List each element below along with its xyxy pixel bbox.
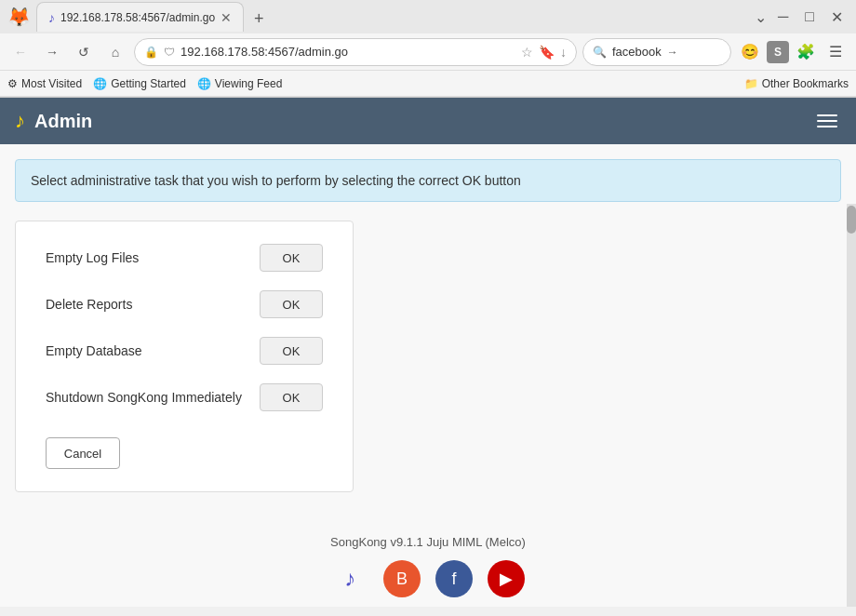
download-icon[interactable]: ↓ [560, 45, 567, 60]
profile-icon[interactable]: 😊 [737, 39, 763, 65]
hamburger-line-2 [817, 120, 837, 122]
task-row-shutdown-songkong: Shutdown SongKong Immediately OK [46, 383, 323, 411]
cancel-button[interactable]: Cancel [46, 437, 120, 469]
extensions-icon[interactable]: 🧩 [793, 39, 819, 65]
main-area: ♪ Admin Select administrative task that … [0, 98, 856, 607]
minimize-button[interactable]: ─ [772, 7, 794, 27]
other-bookmarks[interactable]: 📁 Other Bookmarks [744, 77, 849, 90]
scrollbar[interactable] [847, 204, 856, 607]
active-tab[interactable]: ♪ 192.168.178.58:4567/admin.go ✕ [36, 2, 244, 32]
task-label-shutdown-songkong: Shutdown SongKong Immediately [46, 390, 260, 405]
ok-button-empty-database[interactable]: OK [260, 337, 323, 365]
url-text: 192.168.178.58:4567/admin.go [181, 45, 515, 59]
search-bar[interactable]: 🔍 facebook → [582, 38, 731, 66]
footer-version-text: SongKong v9.1.1 Juju MIML (Melco) [0, 535, 856, 549]
scrollbar-thumb[interactable] [847, 206, 856, 234]
task-label-delete-reports: Delete Reports [46, 297, 260, 312]
lock-icon: 🔒 [144, 46, 158, 59]
tab-music-icon: ♪ [48, 10, 55, 25]
info-banner-text: Select administrative task that you wish… [31, 173, 521, 188]
bookmark-getting-started[interactable]: 🌐 Getting Started [93, 77, 186, 90]
footer-facebook-link[interactable]: f [435, 560, 473, 597]
forward-button[interactable]: → [39, 39, 65, 65]
pocket-icon[interactable]: 🔖 [539, 45, 555, 60]
search-text: facebook [612, 45, 662, 59]
browser-chrome: 🦊 ♪ 192.168.178.58:4567/admin.go ✕ + ⌄ ─… [0, 0, 856, 98]
footer-songkong-link[interactable]: ♪ [331, 560, 368, 597]
hamburger-line-3 [817, 126, 837, 127]
app-logo: ♪ Admin [15, 109, 92, 133]
logo-icon: ♪ [15, 109, 25, 133]
globe-icon-2: 🌐 [197, 77, 211, 90]
menu-button[interactable]: ☰ [823, 39, 849, 65]
nav-right-icons: 😊 S 🧩 ☰ [737, 39, 849, 65]
other-bookmarks-label: Other Bookmarks [762, 77, 849, 90]
cancel-row: Cancel [46, 430, 323, 469]
bookmark-star-icon[interactable]: ☆ [521, 45, 533, 60]
nav-bar: ← → ↺ ⌂ 🔒 🛡 192.168.178.58:4567/admin.go… [0, 33, 856, 71]
refresh-button[interactable]: ↺ [71, 39, 97, 65]
task-label-empty-database: Empty Database [46, 343, 260, 358]
close-button[interactable]: ✕ [825, 7, 849, 28]
hamburger-menu[interactable] [813, 111, 841, 131]
task-label-empty-log-files: Empty Log Files [46, 250, 260, 265]
bookmark-most-visited[interactable]: ⚙ Most Visited [7, 77, 82, 90]
app-footer: SongKong v9.1.1 Juju MIML (Melco) ♪ B f … [0, 516, 856, 607]
bookmark-viewing-feed[interactable]: 🌐 Viewing Feed [197, 77, 283, 90]
tab-bar: ♪ 192.168.178.58:4567/admin.go ✕ + [36, 2, 749, 32]
title-bar: 🦊 ♪ 192.168.178.58:4567/admin.go ✕ + ⌄ ─… [0, 0, 856, 33]
footer-blogger-link[interactable]: B [383, 560, 421, 597]
globe-icon: 🌐 [93, 77, 107, 90]
bookmark-getting-started-label: Getting Started [111, 77, 186, 90]
admin-panel: Empty Log Files OK Delete Reports OK Emp… [15, 221, 354, 492]
ok-button-empty-log-files[interactable]: OK [260, 244, 323, 272]
new-tab-button[interactable]: + [246, 6, 272, 32]
url-bar[interactable]: 🔒 🛡 192.168.178.58:4567/admin.go ☆ 🔖 ↓ [134, 38, 577, 66]
task-row-empty-database: Empty Database OK [46, 337, 323, 365]
task-row-delete-reports: Delete Reports OK [46, 290, 323, 318]
search-icon: 🔍 [593, 46, 607, 59]
security-icon: 🛡 [164, 46, 175, 59]
bookmark-viewing-feed-label: Viewing Feed [215, 77, 283, 90]
bookmark-most-visited-label: Most Visited [21, 77, 82, 90]
firefox-logo: 🦊 [7, 6, 31, 28]
ok-button-shutdown-songkong[interactable]: OK [260, 383, 323, 411]
ok-button-delete-reports[interactable]: OK [260, 290, 323, 318]
task-row-empty-log-files: Empty Log Files OK [46, 244, 323, 272]
tab-title: 192.168.178.58:4567/admin.go [60, 11, 215, 24]
bookmarks-bar: ⚙ Most Visited 🌐 Getting Started 🌐 Viewi… [0, 71, 856, 97]
info-banner: Select administrative task that you wish… [15, 159, 841, 202]
account-icon[interactable]: S [767, 41, 789, 63]
app-title: Admin [34, 111, 92, 132]
back-button[interactable]: ← [7, 39, 33, 65]
footer-icons: ♪ B f ▶ [0, 560, 856, 597]
window-controls: ⌄ ─ □ ✕ [755, 7, 849, 28]
footer-youtube-link[interactable]: ▶ [488, 560, 525, 597]
maximize-button[interactable]: □ [799, 7, 820, 27]
app-content: Select administrative task that you wish… [0, 144, 856, 516]
home-button[interactable]: ⌂ [102, 39, 128, 65]
app-header: ♪ Admin [0, 98, 856, 144]
gear-icon: ⚙ [7, 77, 18, 90]
window-dropdown[interactable]: ⌄ [755, 8, 767, 26]
bookmarks-folder-icon: 📁 [744, 77, 758, 90]
search-arrow-icon: → [667, 46, 678, 59]
tab-close-button[interactable]: ✕ [221, 10, 232, 25]
hamburger-line-1 [817, 114, 837, 116]
